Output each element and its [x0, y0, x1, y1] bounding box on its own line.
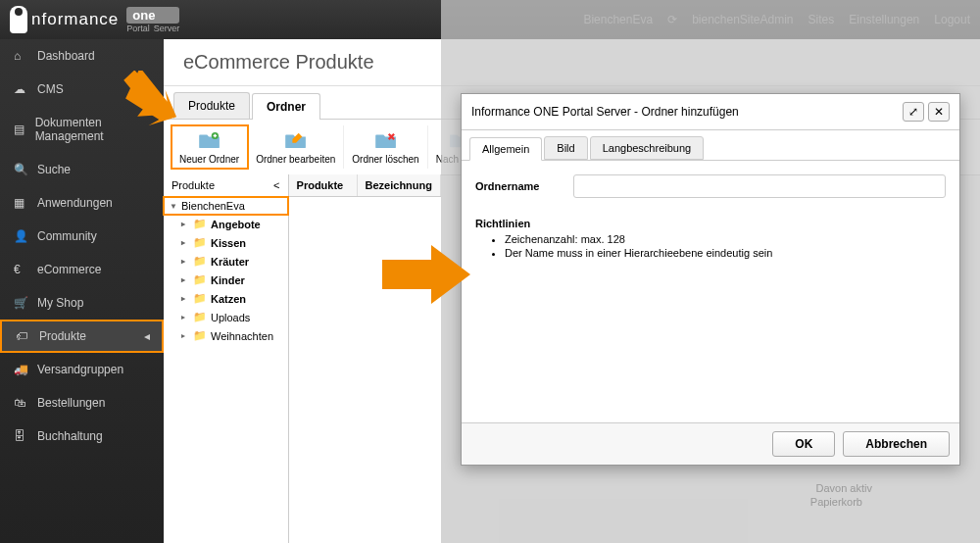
sidebar-item-ecommerce[interactable]: €eCommerce	[0, 253, 164, 286]
folder-plus-icon	[197, 129, 222, 151]
chevron-down-icon: ▼	[170, 202, 177, 211]
delete-folder-button[interactable]: Ordner löschen	[344, 125, 427, 169]
guidelines-title: Richtlinien	[475, 218, 946, 229]
tree-item-label: Kräuter	[211, 256, 249, 268]
edit-folder-button[interactable]: Ordner bearbeiten	[248, 125, 344, 169]
doc-icon: ▤	[14, 123, 25, 136]
sidebar-item-community[interactable]: 👤Community	[0, 220, 164, 253]
grid-col-name[interactable]: Bezeichnung	[358, 174, 441, 196]
maximize-button[interactable]: ⤢	[903, 102, 924, 122]
dialog-tab-image[interactable]: Bild	[544, 136, 587, 160]
sidebar-item-orders[interactable]: 🛍Bestellungen	[0, 386, 164, 420]
sidebar-label: Versandgruppen	[37, 363, 123, 376]
dialog-tab-longdesc[interactable]: Langbeschreibung	[590, 136, 705, 160]
user-icon: 👤	[14, 229, 27, 243]
tree-item[interactable]: ▸📁Angebote	[164, 215, 288, 233]
new-folder-button[interactable]: Neuer Ordner	[172, 125, 248, 169]
folder-icon: 📁	[193, 311, 207, 323]
cloud-icon: ☁	[14, 82, 27, 96]
collapse-icon[interactable]: <	[273, 179, 279, 191]
annotation-arrow-icon	[382, 245, 470, 304]
tree-root-label: BienchenEva	[181, 200, 245, 212]
tree-item-label: Kinder	[211, 274, 245, 286]
tree-panel: Produkte < ▼ BienchenEva ▸📁Angebote▸📁Kis…	[164, 174, 289, 543]
grid-panel: Produkte Bezeichnung	[289, 174, 441, 543]
close-button[interactable]: ✕	[928, 102, 950, 122]
dialog-title-text: Informance ONE Portal Server - Ordner hi…	[471, 105, 739, 119]
sidebar-item-accounting[interactable]: 🗄Buchhaltung	[0, 420, 164, 453]
tree-item-label: Uploads	[211, 312, 250, 323]
cancel-button[interactable]: Abbrechen	[843, 431, 950, 457]
logo: nformance one Portal Server	[10, 6, 179, 33]
folder-icon: 📁	[193, 218, 207, 230]
cart-icon: 🛍	[14, 396, 27, 410]
folder-icon: 📁	[193, 255, 207, 268]
sidebar-item-dashboard[interactable]: ⌂Dashboard	[0, 39, 164, 73]
tree-header: Produkte <	[164, 174, 288, 197]
sidebar-label: Dashboard	[37, 49, 95, 63]
chevron-right-icon: ▸	[181, 257, 189, 266]
logo-one: one	[126, 7, 179, 24]
tree-item-label: Weihnachten	[211, 330, 273, 342]
sidebar-item-shipping[interactable]: 🚚Versandgruppen	[0, 353, 164, 386]
chevron-left-icon: ◂	[144, 329, 150, 343]
grid-col-products[interactable]: Produkte	[289, 174, 358, 196]
truck-icon: 🚚	[14, 363, 27, 376]
dialog-footer: OK Abbrechen	[462, 422, 959, 465]
folder-icon: 📁	[193, 273, 207, 286]
logo-icon	[10, 6, 27, 33]
tree-item[interactable]: ▸📁Kissen	[164, 233, 288, 252]
faded-trash: Papierkorb	[810, 496, 862, 508]
dialog-titlebar: Informance ONE Portal Server - Ordner hi…	[462, 94, 959, 130]
sidebar-label: Suche	[37, 163, 71, 176]
tool-label: Ordner löschen	[352, 154, 418, 165]
dialog-tab-general[interactable]: Allgemein	[469, 137, 542, 161]
home-icon: ⌂	[14, 49, 27, 63]
sidebar-label: Produkte	[39, 329, 86, 343]
chevron-right-icon: ▸	[181, 313, 189, 321]
calc-icon: 🗄	[14, 429, 27, 443]
tree-item[interactable]: ▸📁Katzen	[164, 289, 288, 308]
foldername-input[interactable]	[573, 174, 946, 198]
tab-folders[interactable]: Ordner	[252, 93, 320, 120]
sidebar-item-myshop[interactable]: 🛒My Shop	[0, 286, 164, 320]
sidebar-item-apps[interactable]: ▦Anwendungen	[0, 186, 164, 220]
logo-server: Server	[154, 24, 180, 33]
tree-item-label: Kissen	[211, 237, 246, 249]
annotation-arrow-icon	[118, 71, 186, 129]
folder-icon: 📁	[193, 236, 207, 249]
folder-edit-icon	[283, 129, 309, 151]
sidebar-label: Bestellungen	[37, 396, 105, 410]
sidebar-item-products[interactable]: 🏷Produkte◂	[0, 320, 164, 353]
sidebar-label: Community	[37, 229, 97, 243]
sidebar-label: CMS	[37, 82, 64, 96]
sidebar-label: Buchhaltung	[37, 429, 103, 443]
tree-item[interactable]: ▸📁Kinder	[164, 271, 288, 289]
tag-icon: 🏷	[16, 329, 29, 343]
tree-root[interactable]: ▼ BienchenEva	[164, 197, 288, 215]
chevron-right-icon: ▸	[181, 238, 189, 247]
sidebar-label: My Shop	[37, 296, 83, 310]
dialog-tabs: Allgemein Bild Langbeschreibung	[462, 130, 959, 161]
guideline-item: Der Name muss in einer Hierarchieebene e…	[505, 247, 946, 259]
faded-davon: Davon aktiv	[816, 482, 872, 494]
tree-item[interactable]: ▸📁Weihnachten	[164, 326, 288, 345]
tree-item[interactable]: ▸📁Kräuter	[164, 252, 288, 271]
foldername-label: Ordnername	[475, 180, 554, 192]
folder-icon: 📁	[193, 329, 207, 342]
chevron-right-icon: ▸	[181, 220, 189, 228]
chevron-right-icon: ▸	[181, 275, 189, 284]
folder-delete-icon	[373, 129, 399, 151]
sidebar-item-search[interactable]: 🔍Suche	[0, 153, 164, 186]
grid-header: Produkte Bezeichnung	[289, 174, 441, 197]
ok-button[interactable]: OK	[772, 431, 835, 457]
logo-text: nformance	[31, 10, 119, 29]
cart-icon: 🛒	[14, 296, 27, 310]
tool-label: Neuer Ordner	[179, 154, 239, 165]
tool-label: Ordner bearbeiten	[256, 154, 335, 165]
tree-header-label: Produkte	[172, 179, 215, 191]
tree-item-label: Angebote	[211, 219, 261, 230]
tree-item[interactable]: ▸📁Uploads	[164, 308, 288, 326]
sidebar-label: Anwendungen	[37, 196, 113, 210]
content-split: Produkte < ▼ BienchenEva ▸📁Angebote▸📁Kis…	[164, 174, 441, 543]
